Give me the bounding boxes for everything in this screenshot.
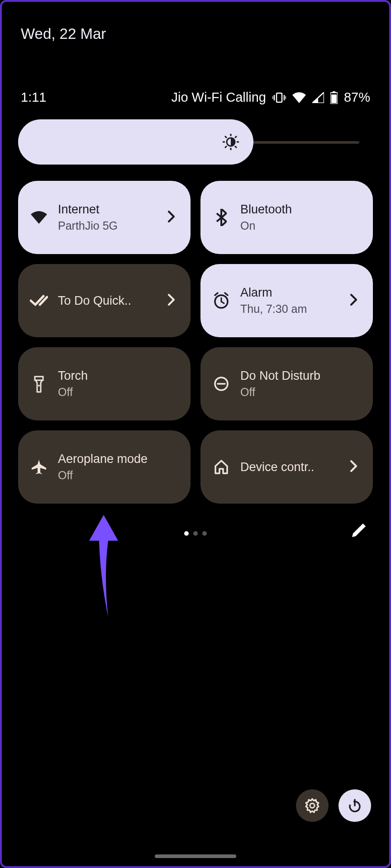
svg-line-16 [225, 146, 227, 148]
power-button[interactable] [339, 789, 371, 822]
svg-line-14 [235, 146, 237, 148]
tile-title: Device contr.. [240, 460, 340, 474]
tile-subtitle: Thu, 7:30 am [240, 302, 340, 316]
power-icon [348, 798, 362, 813]
tile-title: Do Not Disturb [240, 369, 361, 383]
wifi-icon [30, 211, 48, 224]
vibrate-icon [272, 92, 286, 103]
tile-dnd[interactable]: Do Not Disturb Off [200, 347, 373, 420]
page-dot [184, 531, 189, 536]
pager-row [18, 523, 373, 544]
svg-rect-7 [331, 94, 337, 103]
home-icon [212, 459, 230, 475]
brightness-thumb[interactable] [18, 119, 253, 165]
gear-icon [305, 798, 320, 813]
tile-airplane[interactable]: Aeroplane mode Off [18, 430, 191, 504]
settings-button[interactable] [296, 789, 329, 822]
tile-internet[interactable]: Internet ParthJio 5G [18, 181, 191, 254]
carrier-label: Jio Wi-Fi Calling [171, 90, 266, 105]
tile-device-controls[interactable]: Device contr.. [200, 430, 373, 504]
svg-line-19 [221, 302, 224, 303]
tile-title: Torch [58, 369, 179, 383]
airplane-icon [30, 459, 48, 475]
svg-point-26 [310, 803, 315, 808]
page-dot [193, 531, 198, 536]
checkmarks-icon [30, 294, 48, 307]
tile-subtitle: Off [240, 386, 361, 399]
date-label: Wed, 22 Mar [21, 25, 106, 42]
tile-subtitle: On [240, 219, 361, 232]
pencil-icon [351, 523, 367, 538]
page-dot [202, 531, 207, 536]
svg-line-21 [225, 293, 228, 295]
page-dots [184, 531, 207, 536]
svg-point-23 [38, 385, 40, 387]
svg-line-20 [215, 293, 218, 295]
tile-torch[interactable]: Torch Off [18, 347, 191, 420]
tile-subtitle: Off [58, 469, 179, 482]
alarm-icon [212, 292, 230, 309]
bottom-buttons [296, 789, 371, 822]
battery-icon [330, 91, 338, 104]
nav-pill[interactable] [155, 854, 236, 858]
chevron-right-icon [350, 294, 361, 307]
time-label: 1:11 [21, 90, 46, 105]
tile-subtitle: ParthJio 5G [58, 219, 158, 232]
tile-title: Internet [58, 203, 158, 217]
svg-rect-0 [277, 93, 282, 102]
wifi-icon [292, 92, 306, 103]
tile-todo[interactable]: To Do Quick.. [18, 264, 191, 337]
tile-alarm[interactable]: Alarm Thu, 7:30 am [200, 264, 373, 337]
tile-title: Bluetooth [240, 203, 361, 217]
tile-subtitle: Off [58, 386, 179, 399]
tile-bluetooth[interactable]: Bluetooth On [200, 181, 373, 254]
chevron-right-icon [168, 211, 179, 224]
quick-settings-grid: Internet ParthJio 5G Bluetooth On To Do … [18, 181, 373, 504]
status-bar: 1:11 Jio Wi-Fi Calling 87% [21, 90, 370, 105]
svg-line-15 [235, 136, 237, 138]
bluetooth-icon [212, 209, 230, 226]
tile-title: To Do Quick.. [58, 294, 158, 308]
chevron-right-icon [350, 460, 361, 474]
brightness-icon [222, 133, 240, 151]
chevron-right-icon [168, 294, 179, 307]
signal-icon [312, 92, 324, 103]
edit-button[interactable] [351, 523, 367, 540]
tile-title: Alarm [240, 286, 340, 300]
brightness-slider[interactable] [18, 119, 373, 165]
torch-icon [30, 375, 48, 393]
svg-rect-22 [35, 377, 43, 380]
status-right: Jio Wi-Fi Calling 87% [171, 90, 370, 105]
svg-line-13 [225, 136, 227, 138]
battery-label: 87% [344, 90, 370, 105]
dnd-icon [212, 376, 230, 392]
tile-title: Aeroplane mode [58, 452, 179, 466]
